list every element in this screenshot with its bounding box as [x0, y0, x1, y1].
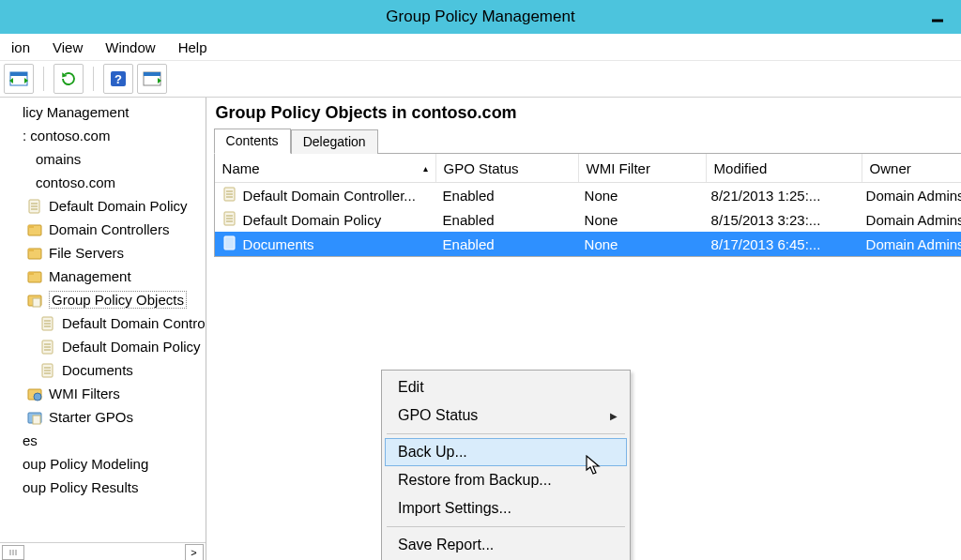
menu-help[interactable]: Help [169, 38, 217, 57]
table-row[interactable]: Default Domain PolicyEnabledNone8/15/201… [215, 207, 961, 232]
cell-name: Default Domain Controller... [215, 187, 435, 204]
tab-contents[interactable]: Contents [214, 129, 291, 154]
tree-item-label: Starter GPOs [49, 409, 133, 425]
table-row[interactable]: DocumentsEnabledNone8/17/2013 6:45:...Do… [215, 232, 961, 256]
column-header-owner[interactable]: Owner [862, 154, 961, 182]
content-area: licy Management: contoso.comomainscontos… [0, 98, 961, 560]
tree-item-label: Documents [62, 362, 133, 378]
tree-item[interactable]: Documents [0, 358, 206, 382]
detail-title: Group Policy Objects in contoso.com [214, 101, 961, 127]
tree-item-label: File Servers [49, 245, 124, 261]
toolbar-show-hide-tree-button[interactable] [4, 64, 34, 94]
tab-delegation[interactable]: Delegation [291, 129, 378, 154]
ou-icon [26, 268, 43, 285]
tree-item[interactable]: Default Domain Policy [0, 194, 206, 218]
svg-rect-20 [28, 272, 34, 275]
tree-item-label: Default Domain Policy [62, 339, 201, 355]
gpo-icon [39, 315, 56, 332]
tree-item[interactable]: Starter GPOs [0, 405, 206, 429]
tree-item[interactable]: es [0, 429, 206, 452]
tree-item-label: es [23, 432, 38, 448]
folder-gpo-icon [26, 292, 43, 309]
tree-item-label: Group Policy Objects [49, 291, 187, 309]
svg-point-36 [34, 393, 41, 401]
tree-item[interactable]: Group Policy Objects [0, 288, 206, 311]
cell-status: Enabled [435, 212, 577, 228]
menu-bar: ion View Window Help [0, 34, 961, 61]
toolbar-properties-button[interactable] [137, 64, 167, 94]
tree-item-label: : contoso.com [23, 128, 110, 144]
tree-horizontal-scrollbar[interactable]: > [0, 542, 206, 560]
cell-modified: 8/21/2013 1:25:... [704, 188, 859, 204]
scrollbar-right-arrow[interactable]: > [185, 544, 204, 560]
tree-item[interactable]: : contoso.com [0, 124, 206, 147]
svg-rect-18 [28, 249, 34, 251]
list-header: Name GPO Status WMI Filter Modified Owne… [215, 154, 961, 183]
svg-rect-50 [224, 236, 235, 250]
context-menu-save-report[interactable]: Save Report... [385, 531, 627, 559]
tree-item[interactable]: File Servers [0, 241, 206, 265]
tree-item[interactable]: licy Management [0, 100, 206, 124]
context-menu-separator [387, 433, 625, 434]
cell-owner: Domain Admins ( [859, 212, 961, 228]
svg-rect-9 [144, 72, 160, 76]
column-header-wmi[interactable]: WMI Filter [579, 154, 707, 182]
context-menu-separator [387, 526, 625, 527]
window-controls [922, 4, 961, 30]
cell-modified: 8/17/2013 6:45:... [704, 236, 859, 252]
menu-view[interactable]: View [43, 38, 92, 57]
tree-item[interactable]: Domain Controllers [0, 218, 206, 241]
column-header-name[interactable]: Name [215, 154, 436, 182]
context-menu-gpo-status[interactable]: GPO Status [385, 401, 627, 430]
tree-item-label: Management [49, 268, 131, 284]
console-icon [0, 104, 17, 121]
gpo-icon [39, 339, 56, 356]
forest-icon [0, 128, 17, 144]
domain-icon [13, 174, 30, 191]
ou-icon [26, 245, 43, 262]
gpo-icon [222, 187, 237, 204]
menu-window[interactable]: Window [96, 38, 164, 57]
results-icon [0, 479, 17, 496]
cell-wmi: None [577, 188, 704, 204]
navigation-tree[interactable]: licy Management: contoso.comomainscontos… [0, 98, 206, 542]
cell-owner: Domain Admins ( [859, 188, 961, 204]
column-header-modified[interactable]: Modified [707, 154, 862, 182]
title-bar: Group Policy Management [0, 0, 961, 34]
tree-pane: licy Management: contoso.comomainscontos… [0, 98, 206, 560]
gpo-list: Name GPO Status WMI Filter Modified Owne… [214, 154, 961, 257]
svg-rect-38 [33, 416, 40, 424]
toolbar-refresh-button[interactable] [53, 64, 84, 94]
tree-item-label: WMI Filters [49, 386, 120, 401]
ou-icon [26, 221, 43, 238]
modeling-icon [0, 456, 17, 473]
toolbar-help-button[interactable]: ? [103, 64, 133, 94]
tree-item[interactable]: oup Policy Modeling [0, 452, 206, 476]
tree-item[interactable]: oup Policy Results [0, 476, 206, 499]
table-row[interactable]: Default Domain Controller...EnabledNone8… [215, 183, 961, 207]
column-header-status[interactable]: GPO Status [436, 154, 579, 182]
context-menu-edit[interactable]: Edit [385, 373, 627, 401]
scrollbar-thumb[interactable] [2, 545, 24, 560]
menu-ion[interactable]: ion [2, 38, 39, 57]
tree-item[interactable]: Default Domain Contro [0, 311, 206, 335]
cell-modified: 8/15/2013 3:23:... [704, 212, 859, 228]
gpo-icon [222, 235, 237, 253]
tree-item[interactable]: WMI Filters [0, 382, 206, 405]
tab-bar: Contents Delegation [214, 127, 961, 154]
context-menu-import[interactable]: Import Settings... [385, 494, 627, 522]
tree-item[interactable]: contoso.com [0, 171, 206, 194]
tree-item[interactable]: Management [0, 265, 206, 288]
minimize-button[interactable] [922, 4, 953, 30]
starter-icon [26, 409, 43, 426]
window-title: Group Policy Management [386, 8, 574, 26]
svg-rect-2 [10, 72, 27, 76]
domains-icon [13, 151, 30, 168]
cell-owner: Domain Admins ( [859, 236, 961, 252]
tree-item[interactable]: Default Domain Policy [0, 335, 206, 358]
list-body: Default Domain Controller...EnabledNone8… [215, 183, 961, 256]
gpo-link-icon [26, 198, 43, 215]
tree-item[interactable]: omains [0, 147, 206, 171]
cell-name: Documents [215, 235, 435, 253]
tree-item-label: omains [36, 151, 81, 167]
